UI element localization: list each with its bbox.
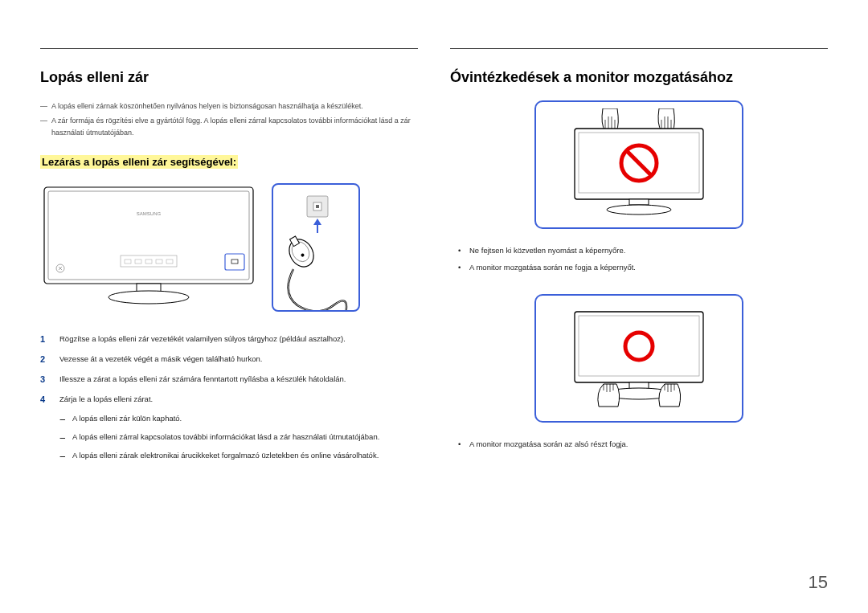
step-item: 3Illessze a zárat a lopás elleni zár szá… [40, 372, 418, 386]
sub-dash-item: A lopás elleni zár külön kapható. [59, 411, 418, 425]
svg-rect-3 [125, 260, 131, 264]
page-content: Lopás elleni zár A lopás elleni zárnak k… [40, 48, 828, 471]
svg-rect-8 [231, 260, 238, 264]
svg-rect-6 [156, 260, 162, 264]
step-item: 4Zárja le a lopás elleni zárat. A lopás … [40, 392, 418, 461]
precaution-figure-top [534, 100, 743, 229]
note-item: A lopás elleni zárnak köszönhetően nyilv… [40, 100, 418, 112]
note-list: A lopás elleni zárnak köszönhetően nyilv… [40, 100, 418, 138]
svg-point-23 [607, 205, 671, 215]
step-item: 1Rögzítse a lopás elleni zár vezetékét v… [40, 332, 418, 345]
sub-dash-list: A lopás elleni zár külön kapható. A lopá… [59, 411, 418, 462]
note-item: A zár formája és rögzítési elve a gyártó… [40, 115, 418, 138]
bullet-item: A monitor mozgatása során az alsó részt … [458, 437, 828, 451]
steps-list: 1Rögzítse a lopás elleni zár vezetékét v… [40, 332, 418, 462]
svg-point-11 [108, 291, 189, 304]
figure-row: SAMSUNG [40, 183, 418, 312]
section-rule [40, 48, 418, 49]
step-text: Vezesse át a vezeték végét a másik végen… [59, 354, 262, 363]
heading-anti-theft: Lopás elleni zár [40, 69, 418, 86]
precaution-figure-bottom [534, 294, 743, 423]
svg-rect-15 [316, 205, 319, 208]
sub-dash-item: A lopás elleni zárral kapcsolatos tovább… [59, 430, 418, 443]
right-column: Óvintézkedések a monitor mozgatásához [450, 48, 828, 471]
svg-rect-22 [629, 199, 649, 205]
step-text: Zárja le a lopás elleni zárat. [59, 394, 153, 403]
svg-rect-4 [135, 260, 141, 264]
page-number: 15 [809, 572, 828, 593]
step-item: 2Vezesse át a vezeték végét a másik vége… [40, 352, 418, 366]
monitor-back-illustration: SAMSUNG [40, 183, 257, 312]
heading-precautions: Óvintézkedések a monitor mozgatásához [450, 69, 828, 86]
sub-dash-item: A lopás elleni zárak elektronikai árucik… [59, 448, 418, 462]
lock-detail-illustration [272, 183, 360, 312]
brand-label: SAMSUNG [137, 211, 162, 216]
left-column: Lopás elleni zár A lopás elleni zárnak k… [40, 48, 418, 471]
step-text: Illessze a zárat a lopás elleni zár szám… [59, 374, 346, 383]
subheading-locking: Lezárás a lopás elleni zár segítségével: [40, 155, 238, 169]
svg-rect-7 [166, 260, 173, 264]
step-text: Rögzítse a lopás elleni zár vezetékét va… [59, 334, 346, 343]
svg-rect-27 [579, 316, 699, 376]
bullets-top: Ne fejtsen ki közvetlen nyomást a képern… [450, 243, 828, 274]
bullets-bottom: A monitor mozgatása során az alsó részt … [450, 437, 828, 451]
bullet-item: Ne fejtsen ki közvetlen nyomást a képern… [458, 243, 828, 257]
section-rule [450, 48, 828, 49]
bullet-item: A monitor mozgatása során ne fogja a kép… [458, 260, 828, 274]
svg-rect-5 [145, 260, 152, 264]
